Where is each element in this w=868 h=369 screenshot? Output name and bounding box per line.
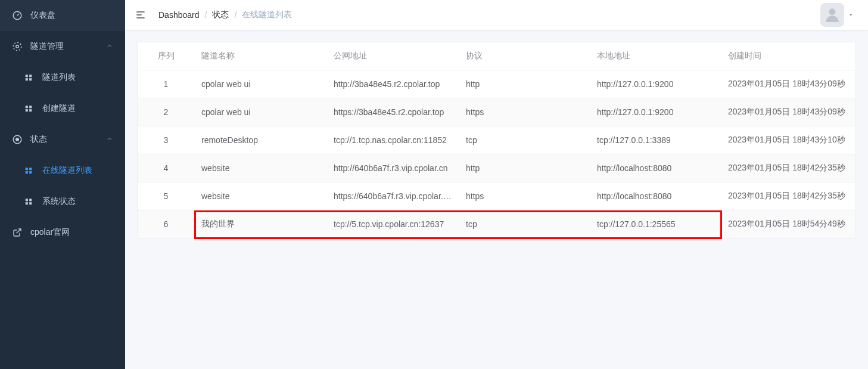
svg-point-1 [16,45,19,48]
chevron-up-icon [106,135,113,144]
caret-down-icon[interactable] [848,10,854,20]
sidebar-item-dashboard[interactable]: 仪表盘 [0,0,125,31]
td-created: 2023年01月05日 18时42分35秒 [721,182,855,210]
svg-rect-19 [26,202,28,204]
th-proto: 协议 [459,42,590,70]
sidebar-item-tunnel-list[interactable]: 隧道列表 [0,62,125,93]
gear-icon [12,41,23,52]
sidebar-item-system-status[interactable]: 系统状态 [0,186,125,217]
td-local: tcp://127.0.0.1:25565 [590,210,721,238]
td-name: website [194,182,326,210]
sidebar-label: cpolar官网 [30,227,113,238]
td-created: 2023年01月05日 18时43分10秒 [721,126,855,154]
table-row[interactable]: 4websitehttp://640b6a7f.r3.vip.cpolar.cn… [138,154,855,182]
svg-rect-6 [29,78,32,80]
td-public: https://640b6a7f.r3.vip.cpolar.cn [326,182,459,210]
svg-rect-18 [29,199,32,201]
list-icon [24,197,33,206]
td-name: 我的世界 [194,210,326,238]
table-row[interactable]: 6我的世界tcp://5.tcp.vip.cpolar.cn:12637tcpt… [138,210,855,238]
breadcrumb-item-current: 在线隧道列表 [242,10,292,20]
svg-rect-15 [26,171,28,173]
td-proto: https [459,182,590,210]
td-created: 2023年01月05日 18时42分35秒 [721,154,855,182]
header-right [820,3,858,27]
svg-rect-4 [29,75,32,77]
user-avatar[interactable] [820,3,844,27]
sidebar-sublabel: 系统状态 [42,196,76,207]
td-seq: 4 [138,154,194,182]
breadcrumb-separator: / [205,10,207,20]
svg-rect-16 [29,171,32,173]
dashboard-icon [12,10,23,21]
svg-point-12 [16,138,19,141]
td-seq: 2 [138,98,194,126]
svg-rect-9 [26,109,28,111]
table-row[interactable]: 5websitehttps://640b6a7f.r3.vip.cpolar.c… [138,182,855,210]
sidebar-label: 状态 [30,134,113,145]
svg-rect-10 [29,109,32,111]
td-local: tcp://127.0.0.1:3389 [590,126,721,154]
td-public: http://640b6a7f.r3.vip.cpolar.cn [326,154,459,182]
td-name: cpolar web ui [194,70,326,98]
sidebar-sublabel: 在线隧道列表 [42,165,92,176]
sidebar-item-online-tunnels[interactable]: 在线隧道列表 [0,155,125,186]
table-row[interactable]: 1cpolar web uihttp://3ba48e45.r2.cpolar.… [138,70,855,98]
th-name: 隧道名称 [194,42,326,70]
td-name: cpolar web ui [194,98,326,126]
td-local: http://localhost:8080 [590,154,721,182]
td-public: https://3ba48e45.r2.cpolar.top [326,98,459,126]
td-proto: tcp [459,210,590,238]
breadcrumb-item[interactable]: 状态 [212,10,229,20]
sidebar-item-tunnel-mgmt[interactable]: 隧道管理 [0,31,125,62]
svg-rect-17 [26,199,28,201]
sidebar-label: 仪表盘 [30,10,113,21]
th-seq: 序列 [138,42,194,70]
breadcrumb-item[interactable]: Dashboard [158,10,200,20]
svg-rect-5 [26,78,28,80]
svg-rect-14 [29,168,32,170]
td-name: website [194,154,326,182]
list-icon [24,73,33,82]
list-icon [24,166,33,175]
svg-rect-8 [29,106,32,108]
sidebar-sublabel: 创建隧道 [42,103,76,114]
td-public: tcp://5.tcp.vip.cpolar.cn:12637 [326,210,459,238]
svg-rect-20 [29,202,32,204]
sidebar-sublabel: 隧道列表 [42,72,76,83]
svg-rect-7 [26,106,28,108]
external-link-icon [12,227,23,238]
chevron-up-icon [106,42,113,51]
td-proto: http [459,70,590,98]
th-local: 本地地址 [590,42,721,70]
table-row[interactable]: 2cpolar web uihttps://3ba48e45.r2.cpolar… [138,98,855,126]
th-public: 公网地址 [326,42,459,70]
td-seq: 6 [138,210,194,238]
td-created: 2023年01月05日 18时43分09秒 [721,98,855,126]
svg-rect-3 [26,75,28,77]
sidebar-item-official-site[interactable]: cpolar官网 [0,217,125,248]
sidebar-item-status[interactable]: 状态 [0,124,125,155]
breadcrumb-separator: / [234,10,237,20]
page-header: Dashboard / 状态 / 在线隧道列表 [125,0,868,30]
td-local: http://localhost:8080 [590,182,721,210]
sidebar-toggle-button[interactable] [135,9,147,21]
td-created: 2023年01月05日 18时43分09秒 [721,70,855,98]
td-local: http://127.0.0.1:9200 [590,98,721,126]
td-proto: tcp [459,126,590,154]
td-created: 2023年01月05日 18时54分49秒 [721,210,855,238]
status-icon [12,134,23,145]
list-icon [24,104,33,113]
sidebar-item-create-tunnel[interactable]: 创建隧道 [0,93,125,124]
table-row[interactable]: 3remoteDesktoptcp://1.tcp.nas.cpolar.cn:… [138,126,855,154]
content-area: 序列 隧道名称 公网地址 协议 本地地址 创建时间 1cpolar web ui… [125,30,868,369]
td-seq: 1 [138,70,194,98]
sidebar: 仪表盘 隧道管理 隧道列表 创建隧道 [0,0,125,369]
td-local: http://127.0.0.1:9200 [590,70,721,98]
td-name: remoteDesktop [194,126,326,154]
td-seq: 3 [138,126,194,154]
td-public: tcp://1.tcp.nas.cpolar.cn:11852 [326,126,459,154]
svg-rect-13 [26,168,28,170]
td-public: http://3ba48e45.r2.cpolar.top [326,70,459,98]
tunnel-table: 序列 隧道名称 公网地址 协议 本地地址 创建时间 1cpolar web ui… [138,42,855,238]
